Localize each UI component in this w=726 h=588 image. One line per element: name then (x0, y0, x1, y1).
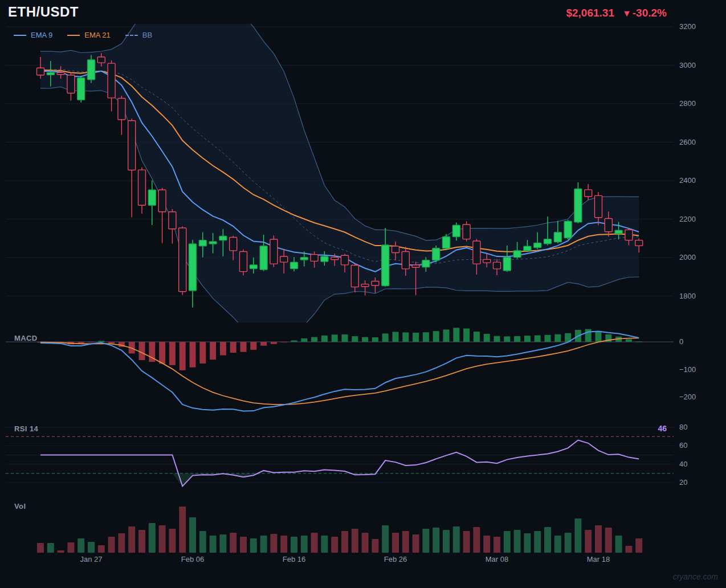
volume-bar (58, 550, 64, 553)
rsi-axis-tick: 40 (679, 460, 687, 468)
macd-histogram-bar (402, 332, 409, 342)
macd-histogram-bar (311, 337, 317, 342)
macd-histogram-bar (220, 342, 226, 356)
candle-body (341, 255, 349, 265)
rsi-current-value: 46 (658, 424, 667, 433)
price-axis-tick: 2600 (679, 138, 696, 146)
volume-bar (574, 518, 581, 553)
candle-body (635, 240, 643, 246)
price-chart-panel[interactable] (6, 0, 674, 344)
volume-bar (138, 530, 145, 553)
candlestick[interactable] (158, 188, 166, 243)
candle-body (67, 75, 75, 93)
date-axis-tick: Mar 08 (486, 555, 508, 564)
candlestick[interactable] (585, 184, 592, 200)
candlestick[interactable] (270, 235, 278, 267)
candle-body (260, 246, 267, 270)
candle-body (189, 244, 197, 291)
macd-histogram-bar (210, 342, 216, 360)
candlestick[interactable] (574, 182, 582, 223)
chart-canvas[interactable]: 320030002800260024002200200018000−100−20… (0, 0, 726, 588)
candle-body (574, 189, 582, 222)
legend-item-bb[interactable]: BB (125, 31, 152, 39)
volume-bar (169, 529, 176, 553)
candle-body (382, 245, 389, 286)
candle-body (544, 239, 552, 244)
candle-body (524, 246, 531, 251)
candle-body (88, 60, 95, 80)
candle-body (158, 190, 166, 211)
candle-body (615, 230, 622, 234)
volume-bar (98, 545, 105, 553)
legend-item-ema-9[interactable]: EMA 9 (14, 31, 52, 39)
volume-bar (473, 527, 480, 553)
volume-bar (291, 537, 297, 553)
volume-bar (402, 531, 409, 553)
candlestick[interactable] (67, 72, 75, 100)
candle-body (422, 260, 430, 267)
candle-body (37, 68, 44, 75)
macd-axis-tick: −100 (679, 365, 696, 374)
bb-line-icon (125, 35, 138, 36)
volume-bar (514, 530, 521, 553)
volume-bar (544, 527, 551, 553)
candle-body (280, 256, 288, 262)
macd-histogram-bar (463, 329, 470, 342)
candlestick[interactable] (169, 209, 176, 244)
candle-body (179, 228, 186, 292)
macd-histogram-bar (98, 341, 104, 342)
candle-body (331, 258, 338, 260)
candlestick[interactable] (148, 181, 156, 225)
candlestick[interactable] (189, 240, 197, 308)
candle-body (311, 255, 318, 262)
legend-label: EMA 9 (31, 31, 52, 39)
volume-bar (199, 531, 206, 553)
candlestick[interactable] (78, 76, 85, 103)
volume-panel[interactable] (37, 507, 642, 553)
rsi-panel-label: RSI 14 (14, 424, 38, 433)
date-axis-tick: Feb 06 (181, 555, 204, 564)
macd-panel[interactable] (6, 328, 674, 411)
candle-body (230, 238, 237, 251)
candlestick[interactable] (118, 96, 125, 135)
volume-bar (382, 525, 389, 553)
macd-histogram-bar (362, 337, 368, 342)
candle-body (452, 225, 460, 236)
candle-body (463, 224, 470, 239)
macd-axis-tick: −200 (679, 393, 696, 401)
candlestick[interactable] (179, 226, 186, 295)
candle-body (219, 236, 227, 240)
candle-body (240, 252, 247, 272)
candle-body (534, 243, 541, 247)
candle-body (412, 265, 419, 267)
legend-item-ema-21[interactable]: EMA 21 (67, 31, 111, 39)
macd-histogram-bar (443, 329, 450, 342)
candle-body (57, 72, 64, 74)
macd-histogram-bar (423, 332, 429, 342)
macd-histogram-bar (545, 335, 551, 342)
legend-label: EMA 21 (84, 31, 111, 39)
macd-panel-label: MACD (14, 334, 38, 342)
candlestick[interactable] (564, 220, 572, 239)
candlestick[interactable] (443, 234, 450, 250)
volume-bar (67, 542, 74, 553)
candlestick[interactable] (433, 246, 440, 263)
volume-bar (625, 546, 632, 553)
rsi-panel[interactable] (6, 427, 674, 486)
volume-bar (37, 543, 44, 553)
candlestick[interactable] (138, 167, 146, 214)
macd-histogram-bar (535, 335, 541, 342)
candlestick[interactable] (463, 222, 470, 242)
candlestick[interactable] (128, 119, 136, 217)
volume-bar (392, 533, 399, 553)
price-axis-tick: 2000 (679, 253, 696, 262)
macd-histogram-bar (180, 342, 186, 370)
macd-histogram-bar (291, 340, 297, 342)
candlestick[interactable] (240, 250, 247, 276)
volume-bar (565, 533, 572, 553)
volume-bar (605, 528, 612, 553)
macd-histogram-bar (494, 336, 500, 342)
volume-bar (362, 533, 369, 553)
volume-bar (524, 533, 531, 553)
volume-bar (189, 517, 196, 553)
